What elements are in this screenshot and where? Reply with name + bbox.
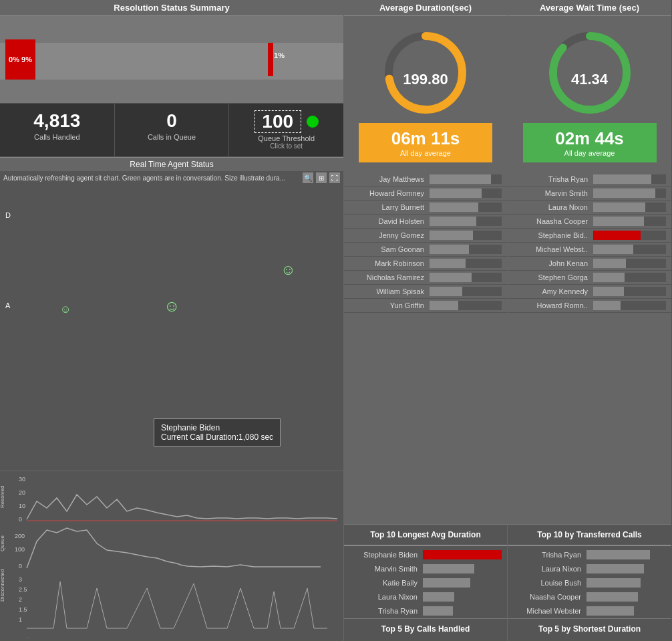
top5-item: Laura Nixon <box>508 562 671 576</box>
agent-tooltip: Stephanie Biden Current Call Duration:1,… <box>154 418 281 446</box>
mid-top5-btn[interactable]: Top 5 By Calls Handled <box>344 618 507 639</box>
agent-bar-container <box>593 245 666 254</box>
svg-text:10: 10 <box>19 503 25 509</box>
agent-name: Jenny Gomez <box>349 231 430 239</box>
mid-list-btn[interactable]: Top 10 Longest Avg Duration <box>344 524 507 545</box>
agent-chart: D A ☺ ☺ ☺ Stephanie Biden Current Call D… <box>0 184 343 471</box>
list-item: Jay Matthews <box>344 172 507 186</box>
svg-text:0: 0 <box>19 516 22 523</box>
avg-duration-gauge: 199.80 06m 11s All day average <box>344 16 507 172</box>
queue-threshold-value[interactable]: 100 <box>255 110 301 133</box>
agent-name: Laura Nixon <box>513 203 593 211</box>
agent-bar <box>593 273 625 282</box>
agent-bar-container <box>430 203 502 212</box>
calls-handled-value: 4,813 <box>3 110 111 132</box>
right-avg-label: All day average <box>528 149 651 157</box>
agent-bar <box>430 287 462 296</box>
top5-bar <box>423 550 502 559</box>
top5-bar <box>586 564 644 573</box>
queue-threshold-sublabel[interactable]: Click to set <box>232 142 340 150</box>
svg-text:30: 30 <box>19 476 25 483</box>
top5-item: Michael Webster <box>508 604 671 618</box>
right-avg-time: 02m 44s <box>528 128 651 149</box>
list-item: William Spisak <box>344 285 507 299</box>
agent-bar <box>430 174 491 184</box>
top5-name: Trisha Ryan <box>513 551 586 559</box>
agent-name: Yun Griffin <box>349 301 430 309</box>
top5-bar <box>423 564 474 573</box>
agent-bar <box>593 174 651 184</box>
top5-item: Naasha Cooper <box>508 590 671 604</box>
svg-text:1.5: 1.5 <box>19 606 27 613</box>
top5-bar <box>586 592 638 602</box>
agent-bar-container <box>593 287 666 296</box>
agent-icon-2: ☺ <box>60 303 71 315</box>
right-agent-list: Trisha Ryan Marvin Smith Laura Nixon Naa… <box>508 172 671 524</box>
svg-text:Queue: Queue <box>0 535 5 551</box>
agent-name: Sam Goonan <box>349 245 430 253</box>
list-item: Mark Robinson <box>344 257 507 271</box>
agent-bar-container <box>430 174 502 184</box>
agent-chart-expand-icon[interactable]: ⊞ <box>316 172 327 183</box>
list-item: John Kenan <box>508 257 671 271</box>
calls-handled-box: 4,813 Calls Handled <box>0 104 115 156</box>
top5-bar-container <box>423 578 502 588</box>
top5-bar <box>586 550 650 559</box>
top5-name: Marvin Smith <box>349 565 423 573</box>
agent-name: Stephanie Bid.. <box>513 231 593 239</box>
agent-bar <box>593 259 626 268</box>
agent-bar <box>430 188 482 198</box>
status-indicator <box>307 116 319 128</box>
agent-name: Mark Robinson <box>349 259 430 267</box>
top5-bar <box>586 578 641 588</box>
svg-text:20: 20 <box>19 489 25 496</box>
agent-name: Marvin Smith <box>513 189 593 197</box>
avg-wait-header: Average Wait Time (sec) <box>508 0 671 16</box>
right-avg-time-box: 02m 44s All day average <box>523 123 657 162</box>
calls-in-queue-box: 0 Calls in Queue <box>115 104 230 156</box>
res-label-left: 0% 9% <box>9 55 32 63</box>
tooltip-duration: Current Call Duration:1,080 sec <box>161 432 273 442</box>
agent-name: Michael Webst.. <box>513 245 593 253</box>
list-item: Nicholas Ramirez <box>344 271 507 285</box>
list-item: Howard Romn.. <box>508 299 671 313</box>
agent-name: John Kenan <box>513 259 593 267</box>
agent-chart-search-icon[interactable]: 🔍 <box>303 172 313 183</box>
agent-bar-container <box>430 217 502 226</box>
queue-threshold-label: Queue Threshold <box>232 134 340 142</box>
right-top5-btn[interactable]: Top 5 by Shortest Duration <box>508 618 671 639</box>
agent-bar-container <box>593 203 666 212</box>
agent-bar-container <box>593 217 666 226</box>
resolution-status-area: 0% 9% 1% <box>0 16 343 103</box>
list-item: Larry Burnett <box>344 201 507 215</box>
svg-text:2: 2 <box>19 596 22 603</box>
chart-svg: 30 20 10 0 200 100 0 3 2.5 2 1.5 1 Resol… <box>0 471 343 641</box>
resolution-header: Resolution Status Summary <box>0 0 343 16</box>
list-item: Naasha Cooper <box>508 215 671 229</box>
right-list-btn[interactable]: Top 10 by Transferred Calls <box>508 524 671 545</box>
list-item: David Holsten <box>344 215 507 229</box>
agent-name: Larry Burnett <box>349 203 430 211</box>
calls-handled-label: Calls Handled <box>3 133 111 141</box>
top5-item: Louise Bush <box>508 576 671 590</box>
top5-bar-container <box>586 564 666 573</box>
agent-name: David Holsten <box>349 217 430 225</box>
time-series-chart: 30 20 10 0 200 100 0 3 2.5 2 1.5 1 Resol… <box>0 471 343 641</box>
agent-bar-container <box>430 273 502 282</box>
agent-d-label: D <box>5 211 11 219</box>
agent-icon-1: ☺ <box>281 261 295 279</box>
agent-name: Jay Matthews <box>349 175 430 183</box>
top5-bar-container <box>423 606 502 616</box>
top5-bar-container <box>586 578 666 588</box>
agent-name: Naasha Cooper <box>513 217 593 225</box>
avg-time-box: 06m 11s All day average <box>359 123 492 162</box>
right-top5-section: Trisha Ryan Laura Nixon Louise Bush Naas… <box>508 545 671 641</box>
svg-text:200: 200 <box>15 533 25 539</box>
queue-threshold-box[interactable]: 100 Queue Threshold Click to set <box>229 104 343 156</box>
top5-bar <box>586 606 634 616</box>
agent-bar-container <box>430 188 502 198</box>
avg-time: 06m 11s <box>364 128 487 149</box>
agent-bar-container <box>430 259 502 268</box>
agent-chart-fullscreen-icon[interactable]: ⛶ <box>329 172 340 183</box>
top5-bar-container <box>586 592 666 602</box>
